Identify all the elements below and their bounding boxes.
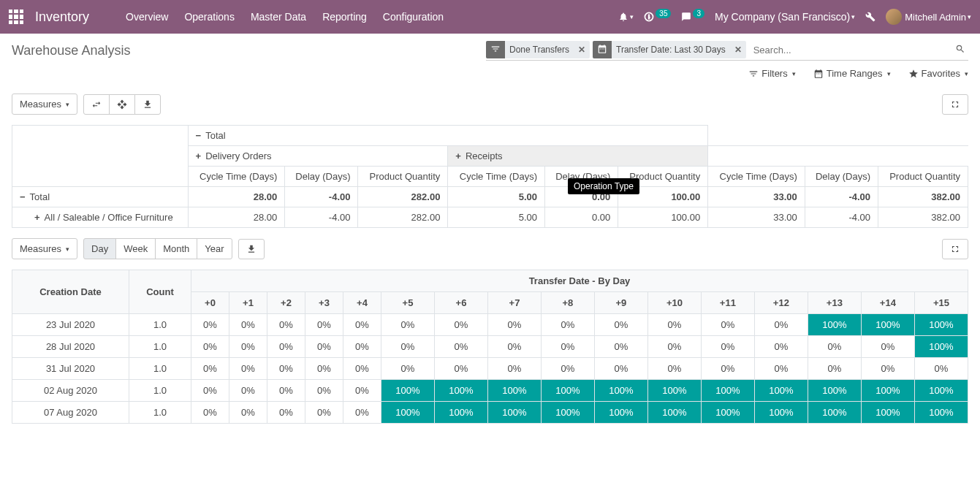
search-icon[interactable]: [952, 44, 968, 56]
fullscreen-cohort-button[interactable]: [942, 239, 968, 259]
cohort-cell[interactable]: 0%: [191, 314, 229, 336]
cohort-cell[interactable]: 0%: [267, 314, 305, 336]
company-switcher[interactable]: My Company (San Francisco) ▾: [715, 11, 855, 23]
cohort-cell[interactable]: 100%: [594, 380, 647, 402]
expand-all-button[interactable]: [109, 94, 135, 115]
cohort-cell[interactable]: 100%: [434, 380, 487, 402]
flip-axis-button[interactable]: [83, 94, 110, 115]
cohort-cell[interactable]: 0%: [594, 314, 647, 336]
cohort-cell[interactable]: 100%: [914, 314, 968, 336]
pivot-row-header[interactable]: −Total: [12, 187, 189, 207]
download-cohort-button[interactable]: [238, 239, 265, 259]
measure-header[interactable]: Cycle Time (Days): [188, 167, 285, 187]
interval-week[interactable]: Week: [115, 238, 156, 259]
cohort-cell[interactable]: 0%: [914, 358, 968, 380]
fullscreen-pivot-button[interactable]: [942, 94, 968, 115]
cohort-cell[interactable]: 0%: [229, 358, 267, 380]
cohort-cell[interactable]: 0%: [647, 358, 701, 380]
cohort-cell[interactable]: 100%: [861, 314, 914, 336]
nav-reporting[interactable]: Reporting: [322, 11, 367, 23]
interval-month[interactable]: Month: [155, 238, 197, 259]
cohort-cell[interactable]: 0%: [305, 358, 343, 380]
measures-button[interactable]: Measures▾: [12, 94, 77, 115]
cohort-cell[interactable]: 0%: [343, 336, 381, 358]
favorites-button[interactable]: Favorites▾: [908, 68, 968, 79]
cohort-cell[interactable]: 0%: [343, 402, 381, 424]
cohort-cell[interactable]: 0%: [754, 336, 808, 358]
pivot-group-receipts[interactable]: +Receipts: [448, 146, 708, 167]
cohort-cell[interactable]: 100%: [541, 402, 594, 424]
measure-header[interactable]: Product Quantity: [358, 167, 448, 187]
cohort-cell[interactable]: 100%: [701, 402, 754, 424]
notifications-icon[interactable]: ▾: [618, 12, 634, 22]
cohort-cell[interactable]: 0%: [191, 402, 229, 424]
cohort-date[interactable]: 02 Aug 2020: [12, 380, 129, 402]
measure-header[interactable]: Cycle Time (Days): [708, 167, 805, 187]
cohort-cell[interactable]: 0%: [754, 358, 808, 380]
cohort-cell[interactable]: 100%: [914, 336, 968, 358]
cohort-cell[interactable]: 0%: [701, 314, 754, 336]
cohort-cell[interactable]: 0%: [229, 380, 267, 402]
cohort-cell[interactable]: 100%: [808, 380, 861, 402]
cohort-measures-button[interactable]: Measures▾: [12, 238, 77, 259]
cohort-cell[interactable]: 100%: [861, 402, 914, 424]
cohort-date[interactable]: 31 Jul 2020: [12, 358, 129, 380]
activities-icon[interactable]: 35: [644, 12, 671, 22]
cohort-cell[interactable]: 100%: [541, 380, 594, 402]
brand[interactable]: Inventory: [35, 9, 89, 25]
cohort-cell[interactable]: 0%: [594, 336, 647, 358]
cohort-cell[interactable]: 0%: [381, 358, 435, 380]
cohort-cell[interactable]: 0%: [305, 380, 343, 402]
cohort-cell[interactable]: 100%: [861, 380, 914, 402]
measure-header[interactable]: Delay (Days): [805, 167, 878, 187]
cohort-cell[interactable]: 100%: [487, 380, 541, 402]
cohort-date[interactable]: 28 Jul 2020: [12, 336, 129, 358]
cohort-cell[interactable]: 0%: [343, 314, 381, 336]
cohort-cell[interactable]: 0%: [305, 314, 343, 336]
cohort-cell[interactable]: 0%: [647, 336, 701, 358]
cohort-cell[interactable]: 100%: [434, 402, 487, 424]
cohort-cell[interactable]: 0%: [267, 380, 305, 402]
filters-button[interactable]: Filters▾: [748, 68, 795, 79]
cohort-cell[interactable]: 0%: [487, 336, 541, 358]
search-input[interactable]: [749, 42, 952, 58]
cohort-cell[interactable]: 100%: [701, 380, 754, 402]
cohort-cell[interactable]: 0%: [267, 358, 305, 380]
measure-header[interactable]: Product Quantity: [878, 167, 968, 187]
cohort-cell[interactable]: 0%: [305, 336, 343, 358]
cohort-cell[interactable]: 0%: [541, 336, 594, 358]
cohort-cell[interactable]: 100%: [754, 380, 808, 402]
cohort-cell[interactable]: 0%: [808, 336, 861, 358]
cohort-cell[interactable]: 0%: [381, 336, 435, 358]
debug-icon[interactable]: [865, 12, 875, 22]
pivot-total-group[interactable]: −Total: [188, 126, 708, 146]
cohort-cell[interactable]: 0%: [434, 314, 487, 336]
nav-overview[interactable]: Overview: [126, 11, 168, 23]
measure-header[interactable]: Delay (Days): [285, 167, 358, 187]
cohort-cell[interactable]: 0%: [381, 314, 435, 336]
cohort-cell[interactable]: 100%: [914, 402, 968, 424]
cohort-cell[interactable]: 100%: [594, 402, 647, 424]
cohort-cell[interactable]: 0%: [808, 358, 861, 380]
measure-header[interactable]: Cycle Time (Days): [448, 167, 545, 187]
cohort-cell[interactable]: 0%: [229, 314, 267, 336]
user-menu[interactable]: Mitchell Admin ▾: [886, 9, 971, 25]
facet-remove[interactable]: ✕: [574, 45, 590, 55]
pivot-row-header[interactable]: +All / Saleable / Office Furniture: [12, 207, 189, 228]
cohort-cell[interactable]: 0%: [191, 336, 229, 358]
cohort-cell[interactable]: 0%: [191, 380, 229, 402]
pivot-group-delivery-orders[interactable]: +Delivery Orders: [188, 146, 448, 167]
discuss-icon[interactable]: 3: [681, 12, 704, 22]
cohort-cell[interactable]: 0%: [434, 358, 487, 380]
apps-icon[interactable]: [9, 9, 23, 24]
cohort-cell[interactable]: 0%: [343, 380, 381, 402]
cohort-cell[interactable]: 0%: [541, 358, 594, 380]
cohort-cell[interactable]: 0%: [487, 358, 541, 380]
cohort-cell[interactable]: 0%: [861, 358, 914, 380]
cohort-cell[interactable]: 0%: [701, 358, 754, 380]
time-ranges-button[interactable]: Time Ranges▾: [813, 68, 891, 79]
interval-year[interactable]: Year: [197, 238, 232, 259]
cohort-cell[interactable]: 0%: [434, 336, 487, 358]
cohort-cell[interactable]: 0%: [305, 402, 343, 424]
cohort-cell[interactable]: 0%: [701, 336, 754, 358]
